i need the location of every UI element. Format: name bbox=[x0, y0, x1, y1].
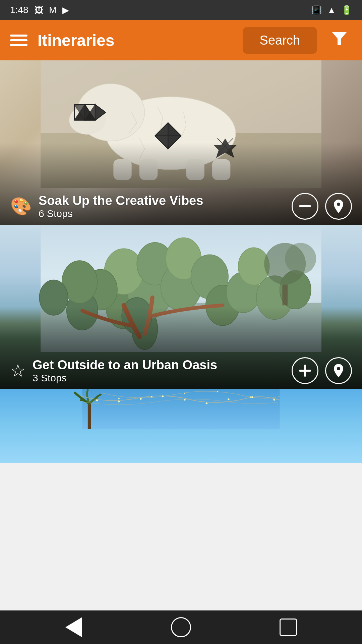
recents-button[interactable] bbox=[275, 614, 302, 641]
svg-rect-61 bbox=[88, 404, 91, 429]
svg-point-56 bbox=[285, 243, 316, 274]
page-title: Itineraries bbox=[38, 31, 233, 50]
home-circle-icon bbox=[171, 617, 191, 637]
card-2-title: Get Outside to an Urban Oasis bbox=[33, 358, 285, 372]
svg-point-67 bbox=[206, 402, 207, 404]
photo-icon: 🖼 bbox=[35, 5, 43, 15]
star-icon: ☆ bbox=[10, 361, 26, 381]
email-icon: M bbox=[49, 5, 57, 15]
svg-point-73 bbox=[184, 393, 185, 394]
filter-icon bbox=[330, 29, 349, 48]
svg-point-74 bbox=[217, 391, 218, 392]
back-arrow-icon bbox=[65, 617, 82, 637]
card-2-footer: ☆ Get Outside to an Urban Oasis 3 Stops bbox=[0, 352, 362, 389]
search-button[interactable]: Search bbox=[243, 27, 317, 54]
back-button[interactable] bbox=[60, 614, 87, 641]
itinerary-card-1[interactable]: 🎨 Soak Up the Creative Vibes 6 Stops bbox=[0, 60, 362, 225]
svg-point-66 bbox=[184, 399, 185, 400]
svg-point-71 bbox=[118, 398, 119, 399]
svg-point-65 bbox=[162, 395, 164, 397]
card-2-actions bbox=[292, 357, 352, 384]
card-3-image bbox=[0, 389, 362, 463]
card-1-location-button[interactable] bbox=[325, 193, 352, 220]
svg-point-69 bbox=[251, 396, 253, 398]
svg-point-62 bbox=[96, 399, 98, 401]
card-1-stops: 6 Stops bbox=[39, 208, 285, 219]
svg-point-70 bbox=[273, 399, 275, 400]
svg-rect-59 bbox=[299, 370, 311, 372]
play-icon: ▶ bbox=[62, 5, 69, 15]
status-right: 📳 ▲ 🔋 bbox=[311, 5, 352, 15]
bottom-navigation bbox=[0, 610, 362, 644]
location-pin-icon bbox=[332, 363, 345, 379]
time-display: 1:48 bbox=[10, 5, 28, 15]
app-header: Itineraries Search bbox=[0, 20, 362, 60]
itinerary-card-2[interactable]: ☆ Get Outside to an Urban Oasis 3 Stops bbox=[0, 225, 362, 389]
card-1-actions bbox=[292, 193, 352, 220]
svg-point-63 bbox=[118, 400, 120, 402]
vibrate-icon: 📳 bbox=[311, 5, 322, 15]
menu-button[interactable] bbox=[10, 35, 27, 46]
svg-rect-57 bbox=[282, 284, 288, 305]
status-bar: 1:48 🖼 M ▶ 📳 ▲ 🔋 bbox=[0, 0, 362, 20]
minus-icon bbox=[299, 205, 311, 207]
wifi-icon: ▲ bbox=[327, 5, 336, 15]
palette-icon: 🎨 bbox=[10, 196, 32, 217]
recents-square-icon bbox=[280, 619, 297, 636]
filter-button[interactable] bbox=[327, 29, 352, 52]
svg-marker-0 bbox=[332, 32, 347, 45]
svg-point-68 bbox=[228, 398, 229, 400]
itinerary-card-3[interactable] bbox=[0, 389, 362, 463]
svg-point-75 bbox=[250, 396, 251, 398]
card-1-text: Soak Up the Creative Vibes 6 Stops bbox=[39, 194, 285, 219]
card-1-footer: 🎨 Soak Up the Creative Vibes 6 Stops bbox=[0, 188, 362, 225]
svg-point-72 bbox=[151, 396, 153, 397]
home-button[interactable] bbox=[168, 614, 194, 641]
svg-point-64 bbox=[140, 398, 141, 399]
plus-icon bbox=[298, 364, 312, 377]
content-area: 🎨 Soak Up the Creative Vibes 6 Stops bbox=[0, 60, 362, 610]
card-2-location-button[interactable] bbox=[325, 357, 352, 384]
card-2-plus-button[interactable] bbox=[292, 357, 318, 384]
card-1-minus-button[interactable] bbox=[292, 193, 318, 220]
battery-icon: 🔋 bbox=[341, 5, 352, 15]
card-2-text: Get Outside to an Urban Oasis 3 Stops bbox=[33, 358, 285, 384]
svg-rect-34 bbox=[299, 205, 311, 207]
sky-background bbox=[0, 389, 362, 429]
status-left: 1:48 🖼 M ▶ bbox=[10, 5, 69, 15]
location-icon bbox=[332, 198, 345, 214]
card-1-title: Soak Up the Creative Vibes bbox=[39, 194, 285, 208]
card-2-stops: 3 Stops bbox=[33, 372, 285, 384]
